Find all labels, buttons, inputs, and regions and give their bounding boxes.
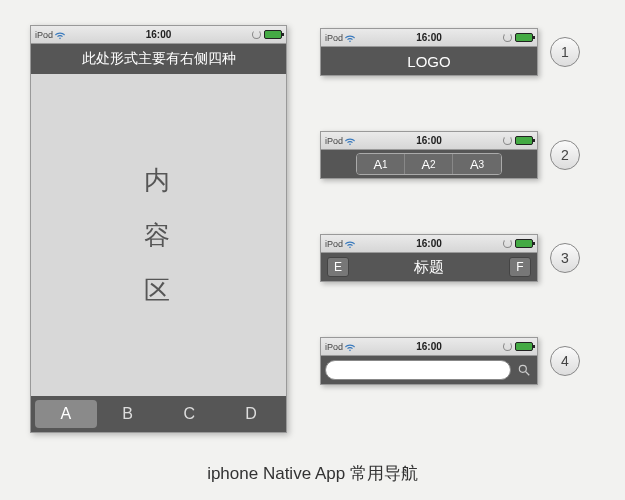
device-label: iPod bbox=[325, 239, 343, 249]
nav-bar-logo: LOGO bbox=[321, 47, 537, 75]
content-line: 区 bbox=[144, 273, 173, 308]
search-icon[interactable] bbox=[515, 361, 533, 379]
wifi-icon bbox=[345, 136, 355, 146]
loading-icon bbox=[503, 239, 512, 248]
wifi-icon bbox=[345, 239, 355, 249]
nav-title: 此处形式主要有右侧四种 bbox=[82, 50, 236, 68]
segmented-control: A1 A2 A3 bbox=[356, 153, 502, 175]
segment-1[interactable]: A1 bbox=[357, 154, 405, 174]
status-bar: iPod 16:00 bbox=[321, 338, 537, 356]
wifi-icon bbox=[345, 33, 355, 43]
tab-c[interactable]: C bbox=[159, 400, 221, 428]
device-label: iPod bbox=[325, 342, 343, 352]
device-label: iPod bbox=[325, 33, 343, 43]
status-bar: iPod 16:00 bbox=[321, 29, 537, 47]
battery-icon bbox=[264, 30, 282, 39]
logo-text: LOGO bbox=[407, 53, 450, 70]
loading-icon bbox=[503, 342, 512, 351]
segment-3[interactable]: A3 bbox=[453, 154, 501, 174]
status-bar: iPod 16:00 bbox=[321, 132, 537, 150]
status-time: 16:00 bbox=[416, 32, 442, 43]
content-line: 容 bbox=[144, 218, 173, 253]
status-time: 16:00 bbox=[146, 29, 172, 40]
status-bar: iPod 16:00 bbox=[321, 235, 537, 253]
nav-bar-main: 此处形式主要有右侧四种 bbox=[31, 44, 286, 74]
nav-right-button[interactable]: F bbox=[509, 257, 531, 277]
status-time: 16:00 bbox=[416, 341, 442, 352]
nav-title-text: 标题 bbox=[414, 258, 444, 277]
badge-2: 2 bbox=[550, 140, 580, 170]
nav-bar-title: E 标题 F bbox=[321, 253, 537, 281]
tab-d[interactable]: D bbox=[220, 400, 282, 428]
example-3: iPod 16:00 E 标题 F bbox=[320, 234, 538, 282]
battery-icon bbox=[515, 239, 533, 248]
search-input[interactable] bbox=[325, 360, 511, 380]
nav-bar-segmented: A1 A2 A3 bbox=[321, 150, 537, 178]
example-4: iPod 16:00 bbox=[320, 337, 538, 385]
example-2: iPod 16:00 A1 A2 A3 bbox=[320, 131, 538, 179]
badge-1: 1 bbox=[550, 37, 580, 67]
segment-2[interactable]: A2 bbox=[405, 154, 453, 174]
device-label: iPod bbox=[325, 136, 343, 146]
nav-bar-search bbox=[321, 356, 537, 384]
svg-point-0 bbox=[519, 365, 526, 372]
loading-icon bbox=[503, 33, 512, 42]
battery-icon bbox=[515, 136, 533, 145]
loading-icon bbox=[252, 30, 261, 39]
battery-icon bbox=[515, 33, 533, 42]
battery-icon bbox=[515, 342, 533, 351]
badge-3: 3 bbox=[550, 243, 580, 273]
tab-a[interactable]: A bbox=[35, 400, 97, 428]
tab-b[interactable]: B bbox=[97, 400, 159, 428]
phone-mockup-main: iPod 16:00 此处形式主要有右侧四种 内 容 区 A B C D bbox=[30, 25, 287, 433]
content-line: 内 bbox=[144, 163, 173, 198]
wifi-icon bbox=[55, 30, 65, 40]
badge-4: 4 bbox=[550, 346, 580, 376]
svg-line-1 bbox=[526, 372, 530, 376]
wifi-icon bbox=[345, 342, 355, 352]
loading-icon bbox=[503, 136, 512, 145]
device-label: iPod bbox=[35, 30, 53, 40]
diagram-caption: iphone Native App 常用导航 bbox=[0, 462, 625, 485]
status-bar: iPod 16:00 bbox=[31, 26, 286, 44]
content-area: 内 容 区 bbox=[31, 74, 286, 396]
status-time: 16:00 bbox=[416, 135, 442, 146]
example-1: iPod 16:00 LOGO bbox=[320, 28, 538, 76]
status-time: 16:00 bbox=[416, 238, 442, 249]
nav-left-button[interactable]: E bbox=[327, 257, 349, 277]
tab-bar: A B C D bbox=[31, 396, 286, 432]
